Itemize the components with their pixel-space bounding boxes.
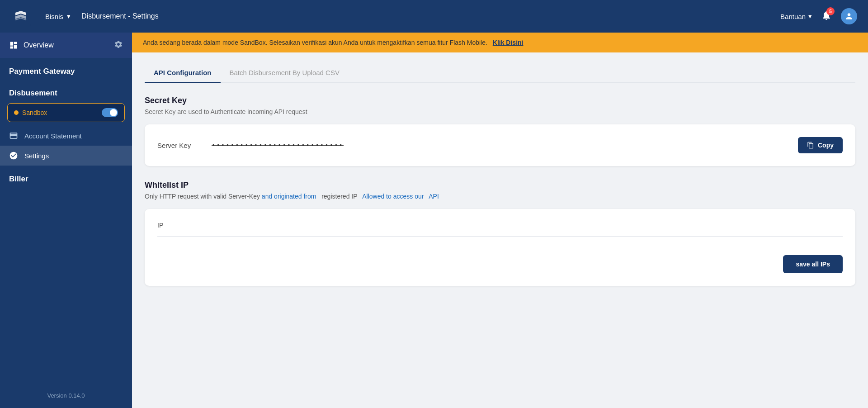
whitelist-ip-description: Only HTTP request with valid Server-Key …	[145, 193, 855, 200]
sandbox-toggle[interactable]: Sandbox	[7, 103, 125, 122]
notification-button[interactable]: 5	[821, 10, 832, 23]
ip-input-row: save all IPs	[157, 255, 843, 273]
payment-gateway-title: Payment Gateway	[0, 58, 132, 80]
secret-key-title: Secret Key	[145, 96, 855, 105]
header-center: Disbursement - Settings	[71, 12, 780, 20]
tab-batch-disbursement[interactable]: Batch Disbursement By Upload CSV	[221, 63, 349, 83]
account-statement-icon	[9, 131, 18, 140]
avatar-button[interactable]	[841, 8, 857, 24]
tab-api-configuration[interactable]: API Configuration	[145, 63, 221, 83]
sidebar-item-settings[interactable]: Settings	[0, 146, 132, 166]
version-label: Version 0.14.0	[0, 383, 132, 408]
content-area: API Configuration Batch Disbursement By …	[132, 52, 868, 408]
ip-divider-1	[157, 236, 843, 237]
sandbox-label-row: Sandbox	[14, 109, 47, 116]
copy-button-label: Copy	[818, 142, 834, 149]
bantuan-label: Bantuan	[780, 13, 806, 20]
ip-label: IP	[157, 222, 843, 229]
save-ips-label: save all IPs	[796, 261, 830, 268]
page-title: Disbursement - Settings	[81, 12, 159, 20]
disbursement-title: Disbusement	[0, 80, 132, 101]
sidebar-item-account-statement[interactable]: Account Statement	[0, 126, 132, 146]
whitelist-desc-blue3: API	[429, 193, 439, 200]
logo-area	[11, 6, 31, 26]
settings-icon	[9, 151, 18, 160]
copy-icon	[807, 142, 814, 149]
server-key-card: Server Key •••••••••••••••••••••••••••• …	[145, 124, 855, 166]
biller-title: Biller	[0, 166, 132, 187]
bisnis-chevron: ▾	[67, 12, 71, 20]
settings-label: Settings	[24, 152, 49, 160]
gear-icon[interactable]	[114, 40, 123, 51]
banner-text: Anda sedang berada dalam mode SandBox. S…	[143, 39, 487, 46]
ip-divider-2	[157, 244, 843, 244]
whitelist-desc-plain2: registered IP	[321, 193, 357, 200]
main-content: Anda sedang berada dalam mode SandBox. S…	[132, 33, 868, 408]
sidebar: Overview Payment Gateway Disbusement San…	[0, 33, 132, 408]
whitelist-desc-plain1: Only HTTP request with valid Server-Key	[145, 193, 260, 200]
sandbox-text: Sandbox	[22, 109, 47, 116]
header-right: Bantuan ▾ 5	[780, 8, 857, 24]
notification-badge: 5	[826, 7, 835, 15]
top-header: Bisnis ▾ Disbursement - Settings Bantuan…	[0, 0, 868, 33]
logo-icon	[11, 6, 31, 26]
sandbox-dot	[14, 110, 19, 115]
account-statement-label: Account Statement	[24, 132, 82, 140]
server-key-row: Server Key •••••••••••••••••••••••••••• …	[157, 137, 843, 153]
whitelist-ip-title: Whitelist IP	[145, 180, 855, 190]
user-icon	[844, 12, 854, 21]
sandbox-banner: Anda sedang berada dalam mode SandBox. S…	[132, 33, 868, 52]
overview-label: Overview	[24, 41, 54, 49]
overview-icon	[9, 41, 18, 50]
server-key-label: Server Key	[157, 142, 203, 149]
whitelist-desc-blue2: Allowed to access our	[362, 193, 424, 200]
bantuan-menu[interactable]: Bantuan ▾	[780, 12, 812, 20]
sandbox-switch[interactable]	[102, 108, 118, 117]
secret-key-description: Secret Key are used to Authenticate inco…	[145, 108, 855, 115]
tabs-bar: API Configuration Batch Disbursement By …	[145, 63, 855, 83]
server-key-value: ••••••••••••••••••••••••••••	[212, 142, 789, 149]
copy-button[interactable]: Copy	[798, 137, 843, 153]
bisnis-label: Bisnis	[45, 13, 63, 20]
save-ips-button[interactable]: save all IPs	[783, 255, 843, 273]
overview-left: Overview	[9, 41, 54, 50]
bantuan-chevron: ▾	[808, 12, 812, 20]
whitelist-desc-blue1: and originated from	[262, 193, 316, 200]
sidebar-overview-item[interactable]: Overview	[0, 33, 132, 58]
bisnis-menu[interactable]: Bisnis ▾	[45, 12, 71, 20]
klik-disini-link[interactable]: Klik Disini	[493, 39, 524, 46]
ip-card: IP save all IPs	[145, 209, 855, 286]
